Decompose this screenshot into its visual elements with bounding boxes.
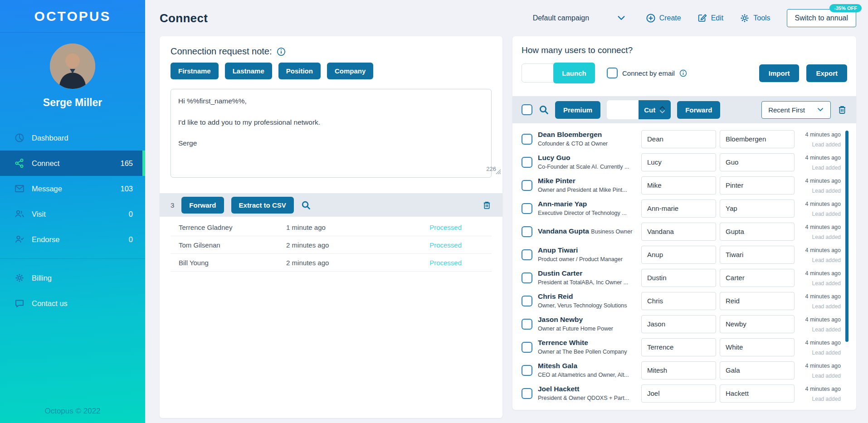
last-name-input[interactable] <box>720 292 795 310</box>
user-name-link[interactable]: Vandana Gupta <box>538 227 589 235</box>
lead-time: 4 minutes ago <box>805 247 841 253</box>
last-name-input[interactable] <box>720 361 795 379</box>
user-name-link[interactable]: Lucy Guo <box>538 154 570 161</box>
stepper-arrows[interactable] <box>659 106 665 114</box>
first-name-input[interactable] <box>641 292 716 310</box>
user-name-link[interactable]: Terrence White <box>538 339 588 346</box>
trash-icon[interactable] <box>837 105 847 115</box>
forward-button[interactable]: Forward <box>181 197 224 214</box>
search-icon[interactable] <box>301 200 311 210</box>
processed-row: Tom Gilsenan 2 minutes ago Processed <box>171 236 492 254</box>
connect-by-email-checkbox[interactable] <box>607 68 618 78</box>
position-tag-button[interactable]: Position <box>278 63 321 79</box>
search-icon[interactable] <box>539 105 549 115</box>
create-button[interactable]: Create <box>646 13 681 23</box>
sidebar-item-contact-us[interactable]: Contact us <box>0 291 145 316</box>
info-icon[interactable] <box>679 69 687 77</box>
first-name-input[interactable] <box>641 176 716 194</box>
lastname-tag-button[interactable]: Lastname <box>225 63 272 79</box>
user-checkbox[interactable] <box>522 319 532 330</box>
tools-button[interactable]: Tools <box>740 13 770 23</box>
last-name-input[interactable] <box>720 338 795 356</box>
connect-question-title: How many users to connect? <box>522 45 847 55</box>
user-checkbox[interactable] <box>522 226 532 237</box>
user-checkbox[interactable] <box>522 180 532 191</box>
user-checkbox[interactable] <box>522 249 532 260</box>
last-name-input[interactable] <box>720 269 795 287</box>
user-checkbox[interactable] <box>522 296 532 306</box>
lead-time: 4 minutes ago <box>805 224 841 230</box>
note-textarea[interactable]: Hi %%first_name%%, I'd like to add you t… <box>171 89 492 178</box>
first-name-input[interactable] <box>641 130 716 148</box>
forward-button[interactable]: Forward <box>677 101 720 119</box>
lead-note: Lead added <box>812 350 841 356</box>
profile-section: Serge Miller <box>0 33 145 109</box>
first-name-input[interactable] <box>641 315 716 333</box>
trash-icon[interactable] <box>482 200 492 210</box>
last-name-input[interactable] <box>720 176 795 194</box>
sort-select[interactable]: Recent First <box>761 101 831 119</box>
last-name-input[interactable] <box>720 246 795 264</box>
campaign-select[interactable]: Default campaign <box>533 14 626 23</box>
sidebar-item-visit[interactable]: Visit 0 <box>0 201 145 227</box>
info-icon[interactable] <box>277 47 286 56</box>
sidebar-item-billing[interactable]: Billing <box>0 265 145 291</box>
cut-count-input[interactable] <box>607 100 639 119</box>
user-checkbox[interactable] <box>522 157 532 168</box>
list-scrollbar[interactable] <box>845 131 848 342</box>
user-checkbox[interactable] <box>522 134 532 145</box>
user-name-link[interactable]: Jason Newby <box>538 316 583 323</box>
import-button[interactable]: Import <box>759 64 800 82</box>
user-name-link[interactable]: Anup Tiwari <box>538 246 578 254</box>
user-meta: 4 minutes ago Lead added <box>805 222 841 241</box>
select-all-checkbox[interactable] <box>522 104 532 115</box>
user-title: CEO at Altametrics and Owner, Alt... <box>538 372 629 378</box>
premium-button[interactable]: Premium <box>555 101 600 119</box>
first-name-input[interactable] <box>641 199 716 218</box>
last-name-input[interactable] <box>720 384 795 403</box>
edit-button[interactable]: Edit <box>697 13 724 23</box>
user-meta: 4 minutes ago Lead added <box>805 314 841 334</box>
first-name-input[interactable] <box>641 246 716 264</box>
sidebar-item-connect[interactable]: Connect 165 <box>0 151 145 176</box>
cut-button[interactable]: Cut <box>639 100 671 119</box>
sidebar-item-endorse[interactable]: Endorse 0 <box>0 227 145 252</box>
user-name-link[interactable]: Ann-marie Yap <box>538 200 587 208</box>
first-name-input[interactable] <box>641 338 716 356</box>
last-name-input[interactable] <box>720 223 795 241</box>
first-name-input[interactable] <box>641 223 716 241</box>
extract-to-csv-button[interactable]: Extract to CSV <box>231 197 294 214</box>
user-checkbox[interactable] <box>522 342 532 353</box>
user-name-link[interactable]: Mike Pinter <box>538 177 575 185</box>
sidebar-item-message[interactable]: Message 103 <box>0 176 145 201</box>
last-name-input[interactable] <box>720 153 795 171</box>
users-count-input[interactable] <box>522 63 555 83</box>
first-name-input[interactable] <box>641 384 716 403</box>
user-checkbox[interactable] <box>522 388 532 399</box>
firstname-tag-button[interactable]: Firstname <box>171 63 219 79</box>
user-checkbox[interactable] <box>522 272 532 283</box>
company-tag-button[interactable]: Company <box>327 63 373 79</box>
user-checkbox[interactable] <box>522 365 532 376</box>
launch-button[interactable]: Launch <box>553 63 595 83</box>
first-name-input[interactable] <box>641 153 716 171</box>
main-area: Connect Default campaign Create Edit Too… <box>145 0 868 423</box>
last-name-input[interactable] <box>720 199 795 218</box>
resize-grip-icon[interactable] <box>496 168 501 176</box>
lead-time: 4 minutes ago <box>805 340 841 346</box>
user-name-link[interactable]: Mitesh Gala <box>538 362 577 370</box>
user-meta: 4 minutes ago Lead added <box>805 384 841 403</box>
user-name-link[interactable]: Chris Reid <box>538 292 573 300</box>
first-name-input[interactable] <box>641 269 716 287</box>
switch-to-annual-button[interactable]: Switch to annual -35% OFF <box>787 9 856 27</box>
sidebar-item-dashboard[interactable]: Dashboard <box>0 125 145 151</box>
lead-time: 4 minutes ago <box>805 270 841 277</box>
user-checkbox[interactable] <box>522 203 532 214</box>
last-name-input[interactable] <box>720 315 795 333</box>
last-name-input[interactable] <box>720 130 795 148</box>
user-name-link[interactable]: Joel Hackett <box>538 385 579 393</box>
user-name-link[interactable]: Dustin Carter <box>538 269 582 277</box>
export-button[interactable]: Export <box>806 64 847 82</box>
user-name-link[interactable]: Dean Bloembergen <box>538 131 602 138</box>
first-name-input[interactable] <box>641 361 716 379</box>
